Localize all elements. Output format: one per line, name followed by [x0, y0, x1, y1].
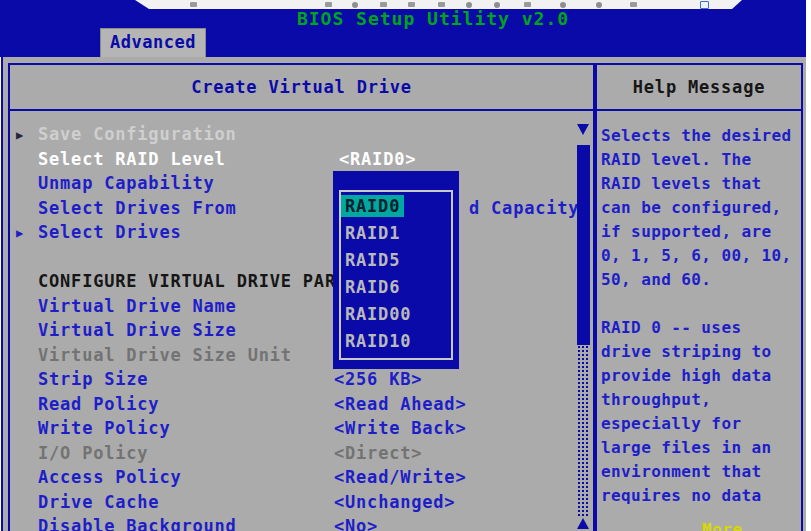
toolbar-icon-11[interactable] — [596, 2, 602, 8]
toolbar-icon-4[interactable] — [380, 2, 387, 7]
menu-item-label: Select RAID Level — [38, 147, 226, 172]
help-message-text: Selects the desiredRAID level. TheRAID l… — [601, 124, 803, 508]
menu-item-label: Virtual Drive Size Unit — [38, 343, 292, 368]
popup-item[interactable]: RAID00 — [341, 303, 415, 325]
menu-item-label: Select Drives — [38, 220, 181, 245]
toolbar-icon-1[interactable] — [190, 2, 197, 7]
panel-divider — [593, 111, 597, 531]
help-line: if supported, are — [601, 220, 803, 244]
toolbar-icon-8[interactable] — [494, 2, 500, 8]
menu-item[interactable]: Strip Size<256 KB> — [12, 367, 572, 392]
popup-item[interactable]: RAID1 — [341, 222, 404, 244]
menu-item-label: Access Policy — [38, 465, 181, 490]
menu-item[interactable]: Write Policy<Write Back> — [12, 416, 572, 441]
help-line: 50, and 60. — [601, 268, 803, 292]
help-line: provide high data — [601, 364, 803, 388]
menu-item-value: <Direct> — [334, 441, 422, 466]
popup-item-list: RAID0RAID1RAID5RAID6RAID00RAID10 — [341, 195, 415, 357]
menu-item-label: Strip Size — [38, 367, 148, 392]
toolbar-icon-2[interactable] — [325, 2, 332, 7]
menu-item-label: Select Drives From — [38, 196, 237, 221]
menu-item-label: Virtual Drive Name — [38, 294, 237, 319]
screen-edge-line — [1, 57, 3, 531]
menu-item[interactable]: Virtual Drive Name — [12, 294, 572, 319]
menu-item[interactable]: Read Policy<Read Ahead> — [12, 392, 572, 417]
help-line: especially for — [601, 412, 803, 436]
menu-item[interactable]: I/O Policy<Direct> — [12, 441, 572, 466]
toolbar-icon-12[interactable] — [630, 2, 637, 7]
bios-title: BIOS Setup Utility v2.0 — [60, 8, 806, 29]
menu-item-label: Drive Cache — [38, 490, 159, 515]
menu-item-value: <Unchanged> — [334, 490, 455, 515]
menu-item[interactable]: Virtual Drive Size Unit — [12, 343, 572, 368]
menu-item-value: <Write Back> — [334, 416, 466, 441]
scroll-down-icon[interactable] — [577, 124, 589, 135]
menu-item[interactable]: ▶Save Configuration — [12, 122, 572, 147]
menu-list: ▶Save ConfigurationSelect RAID Level<RAI… — [12, 122, 572, 531]
toolbar-icon-active[interactable] — [700, 1, 709, 9]
help-line — [601, 292, 803, 316]
help-line: 0, 1, 5, 6, 00, 10, — [601, 244, 803, 268]
toolbar-icon-10[interactable] — [560, 2, 566, 8]
toolbar-icon-9[interactable] — [524, 2, 531, 7]
menu-item-label: Unmap Capability — [38, 171, 215, 196]
menu-item-label: Disable Background — [38, 514, 237, 531]
menu-item-value: <RAID0> — [339, 147, 416, 172]
menu-item — [12, 245, 572, 270]
menu-item-label: CONFIGURE VIRTUAL DRIVE PAR — [38, 269, 336, 294]
menu-item-label: Write Policy — [38, 416, 170, 441]
menu-item[interactable]: ▶Select Drives — [12, 220, 572, 245]
menu-item[interactable]: Unmap Capability — [12, 171, 572, 196]
popup-item[interactable]: RAID10 — [341, 330, 415, 352]
popup-item[interactable]: RAID0 — [341, 195, 404, 217]
submenu-arrow-icon: ▶ — [16, 221, 24, 246]
section-header: Create Virtual Drive Help Message — [8, 63, 803, 111]
scroll-up-icon[interactable] — [577, 518, 589, 529]
popup-item[interactable]: RAID5 — [341, 249, 404, 271]
menu-item[interactable]: Disable Background<No> — [12, 514, 572, 531]
help-line: throughput, — [601, 388, 803, 412]
toolbar-icon-6[interactable] — [438, 2, 445, 7]
help-line: drive striping to — [601, 340, 803, 364]
menu-item[interactable]: Select Drives Fromd Capacity> — [12, 196, 572, 221]
help-line: requires no data — [601, 484, 803, 508]
menu-item-value: <No> — [334, 514, 378, 531]
menu-item-label: Save Configuration — [38, 122, 237, 147]
scrollbar-track[interactable] — [577, 345, 590, 518]
menu-item[interactable]: Drive Cache<Unchanged> — [12, 490, 572, 515]
menu-item[interactable]: Virtual Drive Size — [12, 318, 572, 343]
help-line: Selects the desired — [601, 124, 803, 148]
raid-level-popup: RAID0RAID1RAID5RAID6RAID00RAID10 — [333, 171, 459, 369]
popup-item[interactable]: RAID6 — [341, 276, 404, 298]
menu-item-label: Read Policy — [38, 392, 159, 417]
toolbar-icon-7[interactable] — [466, 2, 472, 8]
page-title: Create Virtual Drive — [10, 65, 593, 109]
menu-item-value: <256 KB> — [334, 367, 422, 392]
toolbar-icon-3[interactable] — [352, 2, 358, 8]
menu-item-value: <Read/Write> — [334, 465, 466, 490]
submenu-arrow-icon: ▶ — [16, 123, 24, 148]
help-line: large files in an — [601, 436, 803, 460]
help-line: environment that — [601, 460, 803, 484]
tab-advanced[interactable]: Advanced — [100, 28, 206, 57]
toolbar-icon-5[interactable] — [408, 2, 415, 7]
scrollbar-thumb[interactable] — [577, 145, 590, 345]
menu-item-label: I/O Policy — [38, 441, 148, 466]
help-more-indicator: More (U/d) — [702, 520, 801, 531]
help-panel-title: Help Message — [597, 65, 801, 109]
menu-item: CONFIGURE VIRTUAL DRIVE PAR — [12, 269, 572, 294]
help-line: RAID levels that — [601, 172, 803, 196]
menu-item[interactable]: Select RAID Level<RAID0> — [12, 147, 572, 172]
menu-item-value: d Capacity> — [469, 196, 590, 221]
menu-item-label: Virtual Drive Size — [38, 318, 237, 343]
help-line: RAID level. The — [601, 148, 803, 172]
remote-console-toolbar — [135, 0, 742, 9]
help-line: RAID 0 -- uses — [601, 316, 803, 340]
menu-item[interactable]: Access Policy<Read/Write> — [12, 465, 572, 490]
help-line: can be configured, — [601, 196, 803, 220]
menu-item-value: <Read Ahead> — [334, 392, 466, 417]
bios-screen: BIOS Setup Utility v2.0 Advanced Create … — [0, 0, 811, 531]
